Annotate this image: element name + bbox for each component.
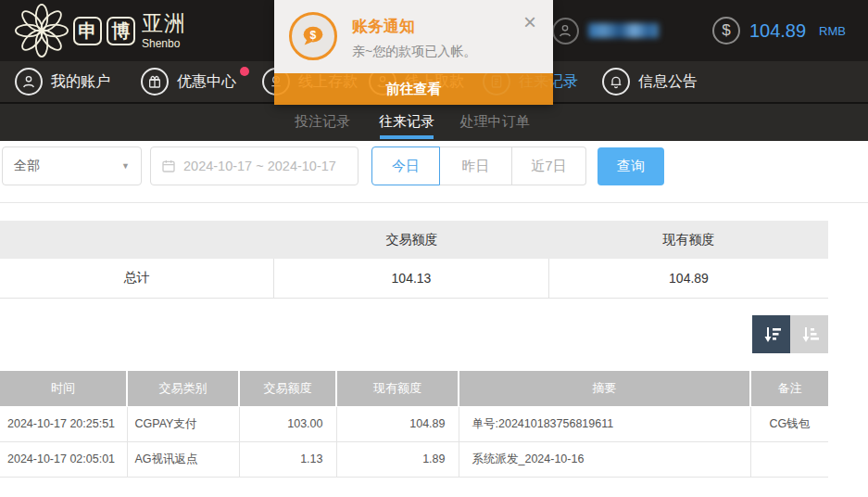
date-range-input[interactable]: 2024-10-17 ~ 2024-10-17 — [150, 147, 359, 185]
go-view-button[interactable]: 前往查看 — [274, 73, 553, 105]
search-button[interactable]: 查询 — [598, 147, 664, 185]
user-avatar-icon[interactable] — [552, 18, 579, 45]
brand-char-2: 博 — [107, 17, 135, 45]
category-select[interactable]: 全部 ▼ — [2, 147, 142, 185]
money-message-icon: $ — [289, 12, 337, 60]
summary-total-balance: 104.89 — [549, 259, 828, 298]
sort-descending-icon — [761, 324, 783, 346]
col-header-type: 交易类别 — [127, 371, 239, 406]
lotus-flower-icon — [15, 4, 69, 57]
person-icon — [15, 68, 43, 96]
sort-controls — [752, 315, 828, 353]
cell-balance: 104.89 — [336, 406, 459, 441]
tab-betting-records[interactable]: 投注记录 — [287, 104, 358, 141]
brand-logo[interactable]: 申 博 亚洲 Shenbo — [15, 4, 186, 57]
calendar-icon — [161, 159, 176, 173]
brand-region: 亚洲 — [142, 13, 186, 34]
sort-ascending-icon — [799, 324, 821, 346]
table-row: 2024-10-17 20:25:51 CGPAY支付 103.00 104.8… — [0, 406, 828, 441]
summary-header-balance: 现有额度 — [549, 221, 828, 259]
gift-icon — [141, 68, 169, 96]
popup-message: 亲~您的款项已入帐。 — [352, 44, 476, 60]
popup-body: $ 账务通知 亲~您的款项已入帐。 × — [274, 0, 553, 73]
cell-note: CG钱包 — [750, 406, 828, 441]
nav-label: 我的账户 — [51, 72, 110, 92]
record-tabs: 投注记录 往来记录 处理中订单 — [0, 104, 868, 141]
summary-header-transaction: 交易额度 — [274, 221, 549, 259]
col-header-note: 备注 — [750, 371, 828, 406]
cell-amount: 1.13 — [239, 441, 336, 477]
dollar-circle-icon: $ — [712, 17, 740, 45]
redacted-username — [588, 23, 659, 38]
nav-item-promotions[interactable]: 优惠中心 — [141, 61, 236, 102]
cell-note — [750, 441, 828, 477]
user-area: $ 104.89 RMB — [552, 0, 846, 61]
cell-summary: 系统派发_2024-10-16 — [459, 441, 750, 477]
summary-total-row: 总计 104.13 104.89 — [0, 259, 828, 299]
sort-descending-button[interactable] — [752, 315, 790, 353]
col-header-balance: 现有额度 — [336, 371, 459, 406]
summary-table: 交易额度 现有额度 总计 104.13 104.89 — [0, 221, 828, 299]
cell-type: AG视讯返点 — [127, 441, 239, 477]
brand-text: 亚洲 Shenbo — [142, 13, 186, 49]
brand-subtitle: Shenbo — [142, 38, 186, 49]
nav-item-my-account[interactable]: 我的账户 — [15, 61, 110, 102]
chevron-down-icon: ▼ — [121, 161, 130, 171]
account-notification-popup: $ 账务通知 亲~您的款项已入帐。 × 前往查看 — [274, 0, 553, 105]
close-icon[interactable]: × — [523, 11, 536, 33]
category-select-value: 全部 — [14, 158, 40, 174]
popup-title: 账务通知 — [352, 16, 415, 37]
cell-balance: 1.89 — [336, 441, 459, 477]
transactions-table: 时间 交易类别 交易额度 现有额度 摘要 备注 2024-10-17 20:25… — [0, 371, 828, 478]
cell-time: 2024-10-17 02:05:01 — [0, 441, 127, 477]
cell-summary: 单号:202410183756819611 — [459, 406, 750, 441]
col-header-summary: 摘要 — [459, 371, 750, 406]
nav-item-announcements[interactable]: 信息公告 — [602, 61, 698, 102]
brand-char-1: 申 — [73, 17, 102, 45]
tab-pending-orders[interactable]: 处理中订单 — [456, 104, 534, 141]
active-tab-underline — [380, 135, 434, 139]
bell-icon — [602, 68, 630, 96]
section-divider — [0, 202, 868, 203]
quick-filter-yesterday[interactable]: 昨日 — [440, 147, 512, 185]
balance-currency: RMB — [819, 24, 846, 38]
col-header-amount: 交易额度 — [239, 371, 336, 406]
cell-time: 2024-10-17 20:25:51 — [0, 406, 127, 441]
summary-total-transaction: 104.13 — [274, 259, 549, 298]
quick-filter-today[interactable]: 今日 — [371, 147, 440, 185]
svg-text:$: $ — [310, 29, 317, 42]
col-header-time: 时间 — [0, 371, 127, 406]
transaction-records-page: 申 博 亚洲 Shenbo $ 104.89 RMB — [0, 0, 868, 497]
sort-ascending-button[interactable] — [790, 315, 828, 353]
notification-dot-badge — [240, 67, 249, 76]
nav-label: 信息公告 — [638, 72, 698, 92]
cell-type: CGPAY支付 — [127, 406, 239, 441]
summary-total-label: 总计 — [0, 259, 274, 298]
quick-filter-last7days[interactable]: 近7日 — [512, 147, 586, 185]
summary-header-empty — [0, 221, 274, 259]
summary-header-row: 交易额度 现有额度 — [0, 221, 828, 259]
table-row: 2024-10-17 02:05:01 AG视讯返点 1.13 1.89 系统派… — [0, 441, 828, 477]
table-header-row: 时间 交易类别 交易额度 现有额度 摘要 备注 — [0, 371, 828, 406]
nav-label: 优惠中心 — [177, 72, 236, 92]
cell-amount: 103.00 — [239, 406, 336, 441]
date-range-value: 2024-10-17 ~ 2024-10-17 — [183, 159, 336, 173]
balance-amount[interactable]: 104.89 — [749, 20, 806, 42]
